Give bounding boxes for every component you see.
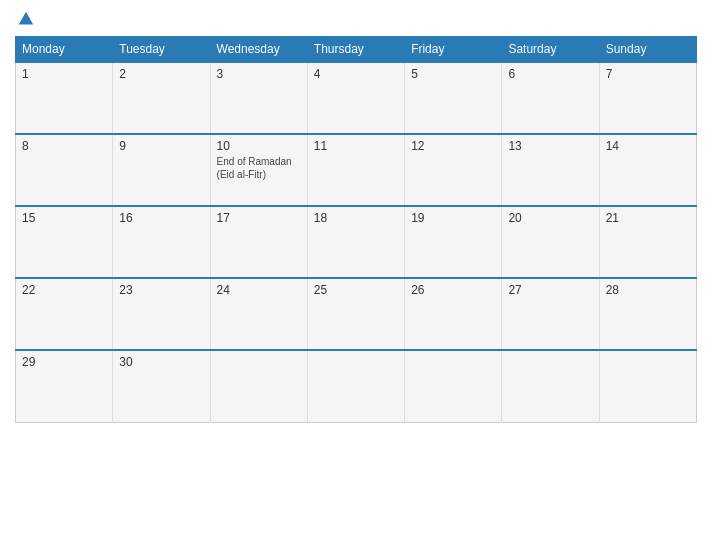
header: [15, 10, 697, 28]
calendar-day-cell: [599, 350, 696, 422]
calendar-day-cell: 5: [405, 62, 502, 134]
weekday-header-thursday: Thursday: [307, 37, 404, 63]
calendar-week-row: 2930: [16, 350, 697, 422]
weekday-header-monday: Monday: [16, 37, 113, 63]
calendar-day-cell: 16: [113, 206, 210, 278]
logo-icon: [17, 10, 35, 28]
day-number: 25: [314, 283, 398, 297]
weekday-header-row: MondayTuesdayWednesdayThursdayFridaySatu…: [16, 37, 697, 63]
calendar-week-row: 8910End of Ramadan (Eid al-Fitr)11121314: [16, 134, 697, 206]
day-number: 23: [119, 283, 203, 297]
day-number: 6: [508, 67, 592, 81]
calendar-day-cell: 4: [307, 62, 404, 134]
day-number: 21: [606, 211, 690, 225]
day-number: 18: [314, 211, 398, 225]
calendar-day-cell: 2: [113, 62, 210, 134]
day-number: 30: [119, 355, 203, 369]
day-number: 22: [22, 283, 106, 297]
calendar-day-cell: 18: [307, 206, 404, 278]
day-number: 9: [119, 139, 203, 153]
day-number: 12: [411, 139, 495, 153]
day-number: 24: [217, 283, 301, 297]
weekday-header-friday: Friday: [405, 37, 502, 63]
logo: [15, 10, 41, 28]
calendar-day-cell: 25: [307, 278, 404, 350]
calendar-day-cell: 23: [113, 278, 210, 350]
calendar-day-cell: 29: [16, 350, 113, 422]
calendar-day-cell: 11: [307, 134, 404, 206]
calendar-table: MondayTuesdayWednesdayThursdayFridaySatu…: [15, 36, 697, 423]
weekday-header-saturday: Saturday: [502, 37, 599, 63]
day-number: 14: [606, 139, 690, 153]
calendar-day-cell: 8: [16, 134, 113, 206]
calendar-week-row: 1234567: [16, 62, 697, 134]
day-number: 19: [411, 211, 495, 225]
day-number: 17: [217, 211, 301, 225]
calendar-day-cell: 22: [16, 278, 113, 350]
calendar-week-row: 22232425262728: [16, 278, 697, 350]
day-number: 3: [217, 67, 301, 81]
day-number: 1: [22, 67, 106, 81]
day-number: 2: [119, 67, 203, 81]
calendar-day-cell: 26: [405, 278, 502, 350]
calendar-day-cell: 27: [502, 278, 599, 350]
day-number: 4: [314, 67, 398, 81]
day-number: 15: [22, 211, 106, 225]
day-number: 7: [606, 67, 690, 81]
calendar-day-cell: 20: [502, 206, 599, 278]
day-number: 5: [411, 67, 495, 81]
calendar-day-cell: 3: [210, 62, 307, 134]
day-number: 20: [508, 211, 592, 225]
weekday-header-sunday: Sunday: [599, 37, 696, 63]
weekday-header-tuesday: Tuesday: [113, 37, 210, 63]
calendar-day-cell: 1: [16, 62, 113, 134]
day-number: 26: [411, 283, 495, 297]
day-number: 8: [22, 139, 106, 153]
day-number: 11: [314, 139, 398, 153]
calendar-day-cell: [405, 350, 502, 422]
calendar-day-cell: 30: [113, 350, 210, 422]
calendar-day-cell: 7: [599, 62, 696, 134]
calendar-day-cell: 13: [502, 134, 599, 206]
day-event: End of Ramadan (Eid al-Fitr): [217, 156, 292, 180]
day-number: 29: [22, 355, 106, 369]
calendar-day-cell: [502, 350, 599, 422]
calendar-week-row: 15161718192021: [16, 206, 697, 278]
calendar-day-cell: 14: [599, 134, 696, 206]
calendar-day-cell: 19: [405, 206, 502, 278]
day-number: 13: [508, 139, 592, 153]
day-number: 10: [217, 139, 301, 153]
calendar-day-cell: 15: [16, 206, 113, 278]
calendar-day-cell: 9: [113, 134, 210, 206]
calendar-day-cell: 21: [599, 206, 696, 278]
calendar-day-cell: 24: [210, 278, 307, 350]
weekday-header-wednesday: Wednesday: [210, 37, 307, 63]
calendar-day-cell: [307, 350, 404, 422]
calendar-day-cell: [210, 350, 307, 422]
day-number: 16: [119, 211, 203, 225]
calendar-day-cell: 6: [502, 62, 599, 134]
calendar-day-cell: 17: [210, 206, 307, 278]
calendar-day-cell: 10End of Ramadan (Eid al-Fitr): [210, 134, 307, 206]
calendar-day-cell: 12: [405, 134, 502, 206]
day-number: 27: [508, 283, 592, 297]
calendar-page: MondayTuesdayWednesdayThursdayFridaySatu…: [0, 0, 712, 550]
calendar-day-cell: 28: [599, 278, 696, 350]
day-number: 28: [606, 283, 690, 297]
